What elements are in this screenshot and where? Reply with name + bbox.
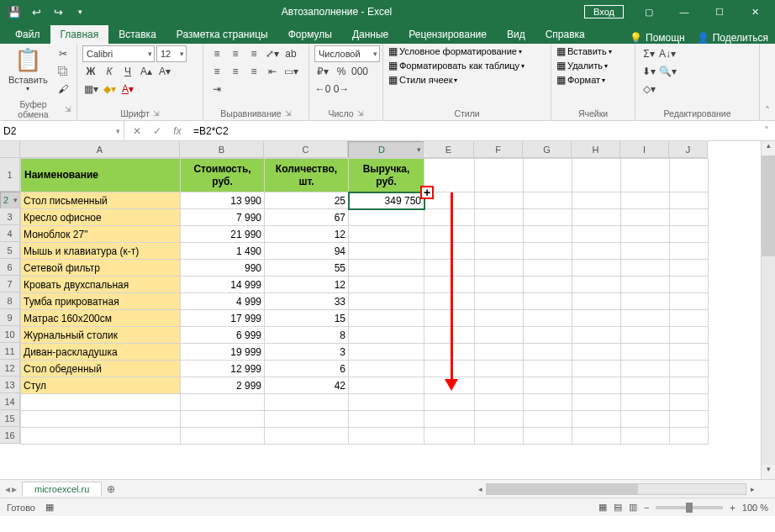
cell-G6[interactable] [524,260,572,277]
formula-input[interactable]: =B2*C2 [190,125,758,137]
wrap-text-icon[interactable]: ab [282,45,299,62]
cell-F4[interactable] [475,226,524,243]
cell-I16[interactable] [621,428,670,445]
cell-D2[interactable]: 349 750 [349,192,424,209]
macro-record-icon[interactable]: ▦ [45,502,54,513]
cell-A9[interactable]: Матрас 160х200см [21,310,181,327]
number-format-select[interactable]: Числовой [314,45,380,62]
fx-icon[interactable]: fx [168,123,187,140]
align-right-icon[interactable]: ≡ [245,63,262,80]
cell-B13[interactable]: 2 999 [181,377,265,394]
minimize-icon[interactable]: — [667,0,701,24]
cell-C16[interactable] [265,428,349,445]
cell-A11[interactable]: Диван-раскладушка [21,344,181,361]
cell-J6[interactable] [670,260,709,277]
cell-D8[interactable] [349,293,424,310]
cell-J2[interactable] [670,192,709,209]
zoom-in-icon[interactable]: + [730,503,735,513]
cell-A15[interactable] [21,411,181,428]
cell-C10[interactable]: 8 [265,327,349,344]
cell-I6[interactable] [621,260,670,277]
cell-J3[interactable] [670,209,709,226]
cell-D1[interactable]: Выручка,руб. [349,159,424,192]
underline-button[interactable]: Ч [119,63,136,80]
fill-icon[interactable]: ⬇▾ [641,63,657,80]
row-header-11[interactable]: 11 [0,343,20,360]
cell-C3[interactable]: 67 [265,209,349,226]
sheet-nav-next-icon[interactable]: ▸ [12,483,17,495]
expand-formula-bar-icon[interactable]: ˅ [758,125,775,137]
cancel-formula-icon[interactable]: ✕ [128,123,146,140]
column-header-I[interactable]: I [620,141,669,158]
redo-icon[interactable]: ↪ [49,3,67,21]
cell-E16[interactable] [424,428,475,445]
cell-G13[interactable] [524,377,572,394]
cell-B8[interactable]: 4 999 [181,293,265,310]
cell-F1[interactable] [475,159,524,192]
increase-decimal-icon[interactable]: ←0 [314,81,331,97]
column-header-F[interactable]: F [474,141,523,158]
cell-B3[interactable]: 7 990 [181,209,265,226]
cell-E11[interactable] [424,344,475,361]
align-left-icon[interactable]: ≡ [208,63,225,80]
cell-C8[interactable]: 33 [265,293,349,310]
cell-D16[interactable] [349,428,424,445]
row-header-15[interactable]: 15 [0,410,20,427]
cell-E14[interactable] [424,394,475,411]
cell-C9[interactable]: 15 [265,310,349,327]
cell-A8[interactable]: Тумба прикроватная [21,293,181,310]
copy-icon[interactable]: ⿻ [55,63,71,80]
cell-G1[interactable] [524,159,572,192]
cell-H6[interactable] [572,260,621,277]
cell-F9[interactable] [475,310,524,327]
cell-H8[interactable] [572,293,621,310]
share-button[interactable]: 👤Поделиться [697,32,768,44]
cell-G5[interactable] [524,243,572,260]
login-button[interactable]: Вход [584,5,624,18]
view-page-layout-icon[interactable]: ▤ [614,502,622,513]
vertical-scroll-thumb[interactable] [762,155,775,256]
cell-A5[interactable]: Мышь и клавиатура (к-т) [21,243,181,260]
cell-J16[interactable] [670,428,709,445]
format-as-table-button[interactable]: ▦Форматировать как таблицу▾ [388,60,525,71]
align-expand-icon[interactable]: ⇲ [285,109,292,118]
font-color-icon[interactable]: A▾ [119,81,136,97]
cell-E9[interactable] [424,310,475,327]
cell-H3[interactable] [572,209,621,226]
clipboard-expand-icon[interactable]: ⇲ [65,105,71,113]
row-header-4[interactable]: 4 [0,225,20,242]
cell-J15[interactable] [670,411,709,428]
cell-A3[interactable]: Кресло офисное [21,209,181,226]
scroll-left-icon[interactable]: ◂ [474,485,486,493]
cell-B6[interactable]: 990 [181,260,265,277]
cell-J8[interactable] [670,293,709,310]
cell-D6[interactable] [349,260,424,277]
cell-B2[interactable]: 13 990 [181,192,265,209]
cell-C2[interactable]: 25 [265,192,349,209]
column-header-B[interactable]: B [180,141,264,158]
cell-D13[interactable] [349,377,424,394]
cell-I12[interactable] [621,361,670,377]
cell-I13[interactable] [621,377,670,394]
cell-I9[interactable] [621,310,670,327]
column-header-J[interactable]: J [669,141,708,158]
row-header-2[interactable]: 2 [0,192,20,208]
cell-I3[interactable] [621,209,670,226]
cell-F14[interactable] [475,394,524,411]
cell-A16[interactable] [21,428,181,445]
cell-G11[interactable] [524,344,572,361]
cell-H11[interactable] [572,344,621,361]
cell-H1[interactable] [572,159,621,192]
row-header-13[interactable]: 13 [0,377,20,393]
decrease-decimal-icon[interactable]: 0→ [333,81,350,97]
select-all-corner[interactable] [0,141,20,158]
tell-me-button[interactable]: 💡Помощн [630,32,685,44]
cell-E10[interactable] [424,327,475,344]
cell-I14[interactable] [621,394,670,411]
align-top-icon[interactable]: ≡ [208,45,225,62]
cell-H5[interactable] [572,243,621,260]
view-normal-icon[interactable]: ▦ [598,502,607,513]
cell-B1[interactable]: Стоимость,руб. [181,159,265,192]
row-header-10[interactable]: 10 [0,326,20,343]
column-header-G[interactable]: G [523,141,572,158]
